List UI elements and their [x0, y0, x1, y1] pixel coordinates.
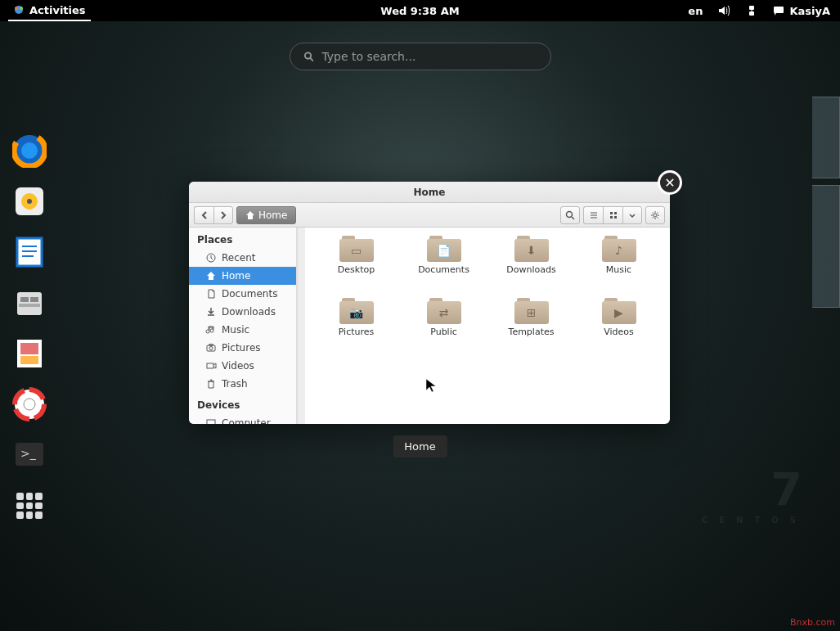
- sidebar-item-downloads[interactable]: Downloads: [189, 303, 296, 321]
- nav-back-button[interactable]: [194, 206, 213, 224]
- svg-line-33: [572, 217, 574, 219]
- svg-rect-3: [749, 6, 754, 10]
- folder-label: Music: [606, 264, 631, 275]
- clock[interactable]: Wed 9:38 AM: [380, 5, 459, 17]
- svg-rect-6: [774, 7, 784, 13]
- svg-point-1: [15, 7, 18, 10]
- network-icon[interactable]: [745, 4, 758, 17]
- sidebar-item-music[interactable]: Music: [189, 321, 296, 339]
- watermark: Bnxb.com: [790, 617, 835, 628]
- folder-label: Public: [430, 327, 457, 337]
- sidebar-scrollbar[interactable]: [297, 228, 305, 424]
- svg-rect-38: [614, 212, 617, 214]
- dock-app-grid[interactable]: [10, 486, 49, 525]
- folder-music[interactable]: ♪Music: [579, 236, 658, 293]
- activities-icon: [13, 4, 25, 16]
- svg-point-29: [24, 399, 35, 410]
- search-box[interactable]: [290, 43, 551, 70]
- dock: >_: [5, 131, 54, 525]
- path-home-button[interactable]: Home: [236, 206, 296, 224]
- settings-button[interactable]: [645, 206, 665, 224]
- search-container: [290, 43, 551, 70]
- folder-label: Templates: [509, 327, 555, 337]
- workspace-thumb-1[interactable]: [812, 97, 840, 178]
- folder-label: Videos: [604, 327, 634, 337]
- svg-point-2: [20, 7, 23, 10]
- sidebar-item-label: Trash: [222, 378, 248, 390]
- folder-videos[interactable]: ▶Videos: [579, 298, 658, 355]
- window-close-button[interactable]: ✕: [658, 170, 682, 195]
- window-title: Home: [414, 187, 446, 198]
- folder-downloads[interactable]: ⬇Downloads: [492, 236, 571, 293]
- sidebar-item-label: Computer: [222, 417, 271, 424]
- dock-software[interactable]: [10, 334, 49, 373]
- svg-rect-4: [749, 11, 754, 16]
- view-list-button[interactable]: [583, 206, 603, 224]
- folder-desktop[interactable]: ▭Desktop: [317, 236, 396, 293]
- activities-label: Activities: [29, 4, 86, 16]
- folder-label: Documents: [418, 264, 469, 275]
- workspace-thumb-2[interactable]: [812, 185, 840, 308]
- user-menu[interactable]: KasiyA: [773, 5, 830, 17]
- folder-label: Pictures: [339, 327, 375, 337]
- sidebar-item-trash[interactable]: Trash: [189, 375, 296, 393]
- folder-icon: 📄: [427, 236, 461, 262]
- dock-writer[interactable]: [10, 232, 49, 272]
- sidebar-heading-places: Places: [189, 228, 296, 249]
- sidebar-item-label: Home: [222, 270, 250, 282]
- view-grid-button[interactable]: [603, 206, 622, 224]
- folder-pictures[interactable]: 📷Pictures: [317, 298, 396, 355]
- svg-point-11: [21, 142, 38, 159]
- sidebar-item-label: Pictures: [222, 342, 261, 354]
- folder-icon: 📷: [339, 298, 374, 324]
- dock-rhythmbox[interactable]: [10, 182, 49, 221]
- svg-rect-39: [610, 216, 613, 219]
- svg-rect-25: [20, 343, 38, 354]
- keyboard-lang[interactable]: en: [688, 5, 703, 17]
- svg-point-7: [304, 52, 310, 58]
- svg-point-14: [27, 199, 32, 204]
- dock-firefox[interactable]: [10, 131, 49, 170]
- folder-icon: ⬇: [514, 236, 549, 262]
- search-input[interactable]: [321, 50, 537, 63]
- folder-icon: ⇄: [427, 298, 461, 324]
- activities-button[interactable]: Activities: [8, 1, 91, 21]
- sidebar-item-computer[interactable]: Computer: [189, 414, 296, 424]
- folder-icon: ▭: [339, 236, 374, 262]
- window-titlebar[interactable]: Home: [189, 182, 670, 203]
- sidebar-item-label: Downloads: [222, 306, 276, 318]
- svg-rect-40: [614, 216, 617, 219]
- sidebar-item-recent[interactable]: Recent: [189, 249, 296, 267]
- svg-rect-23: [19, 304, 40, 307]
- file-manager-window: Home Home Places RecentHomeDocumentsDown…: [189, 182, 670, 424]
- chat-icon: [773, 5, 784, 16]
- svg-rect-47: [207, 420, 215, 424]
- folder-documents[interactable]: 📄Documents: [404, 236, 483, 293]
- nav-forward-button[interactable]: [213, 206, 233, 224]
- svg-point-32: [567, 211, 573, 217]
- window-tooltip: Home: [393, 435, 447, 457]
- svg-rect-22: [30, 297, 38, 302]
- sidebar: Places RecentHomeDocumentsDownloadsMusic…: [189, 228, 297, 424]
- dock-help[interactable]: [10, 385, 49, 424]
- sidebar-item-pictures[interactable]: Pictures: [189, 339, 296, 357]
- home-icon: [245, 210, 255, 220]
- view-options-button[interactable]: [622, 206, 642, 224]
- folder-label: Desktop: [338, 264, 375, 275]
- folder-templates[interactable]: ⊞Templates: [492, 298, 571, 355]
- sidebar-item-home[interactable]: Home: [189, 267, 296, 285]
- centos-logo: 7 CENTOS: [702, 462, 807, 525]
- sidebar-item-videos[interactable]: Videos: [189, 357, 296, 375]
- volume-icon[interactable]: [717, 4, 730, 17]
- svg-point-44: [209, 347, 213, 350]
- user-name: KasiyA: [789, 5, 830, 17]
- dock-files[interactable]: [10, 283, 49, 322]
- toolbar: Home: [189, 203, 670, 228]
- path-label: Home: [258, 210, 287, 221]
- folder-public[interactable]: ⇄Public: [404, 298, 483, 355]
- search-button[interactable]: [560, 206, 580, 224]
- svg-rect-46: [207, 363, 213, 368]
- dock-terminal[interactable]: >_: [10, 435, 49, 475]
- sidebar-item-documents[interactable]: Documents: [189, 285, 296, 303]
- svg-rect-21: [20, 297, 29, 302]
